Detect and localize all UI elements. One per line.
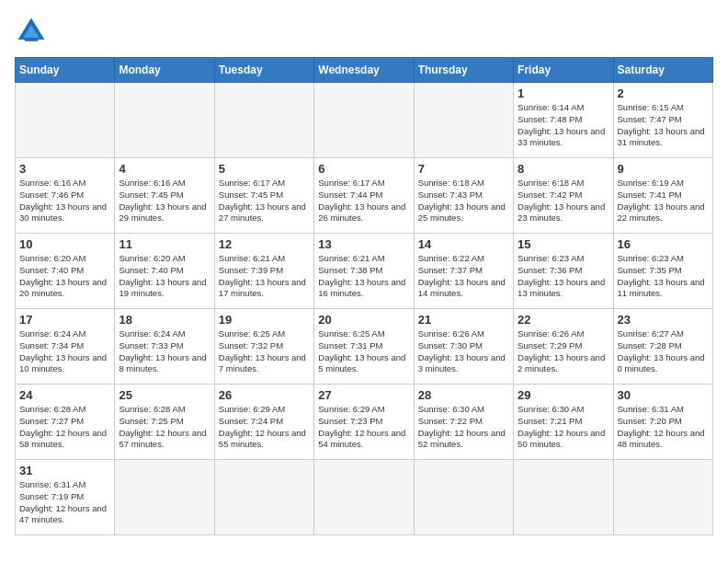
calendar-cell: 24Sunrise: 6:28 AM Sunset: 7:27 PM Dayli… xyxy=(16,385,115,460)
day-info: Sunrise: 6:25 AM Sunset: 7:31 PM Dayligh… xyxy=(318,328,409,375)
calendar-week-2: 3Sunrise: 6:16 AM Sunset: 7:46 PM Daylig… xyxy=(16,158,713,234)
calendar-cell: 27Sunrise: 6:29 AM Sunset: 7:23 PM Dayli… xyxy=(314,385,414,460)
calendar-cell: 8Sunrise: 6:18 AM Sunset: 7:42 PM Daylig… xyxy=(514,158,613,234)
day-info: Sunrise: 6:23 AM Sunset: 7:36 PM Dayligh… xyxy=(518,253,609,300)
calendar-week-3: 10Sunrise: 6:20 AM Sunset: 7:40 PM Dayli… xyxy=(16,234,713,309)
day-number: 16 xyxy=(618,237,709,251)
calendar-cell xyxy=(214,460,313,535)
calendar-cell xyxy=(115,460,214,535)
day-info: Sunrise: 6:25 AM Sunset: 7:32 PM Dayligh… xyxy=(219,328,310,375)
calendar-cell: 18Sunrise: 6:24 AM Sunset: 7:33 PM Dayli… xyxy=(115,309,214,385)
day-info: Sunrise: 6:22 AM Sunset: 7:37 PM Dayligh… xyxy=(418,253,509,300)
day-info: Sunrise: 6:26 AM Sunset: 7:29 PM Dayligh… xyxy=(518,328,609,375)
calendar-cell: 10Sunrise: 6:20 AM Sunset: 7:40 PM Dayli… xyxy=(16,234,115,309)
day-info: Sunrise: 6:18 AM Sunset: 7:42 PM Dayligh… xyxy=(518,178,609,224)
day-number: 28 xyxy=(418,388,509,402)
calendar-cell: 29Sunrise: 6:30 AM Sunset: 7:21 PM Dayli… xyxy=(514,385,613,460)
day-info: Sunrise: 6:24 AM Sunset: 7:34 PM Dayligh… xyxy=(19,328,110,375)
day-number: 20 xyxy=(318,313,409,327)
calendar-header-tuesday: Tuesday xyxy=(214,58,313,83)
day-info: Sunrise: 6:19 AM Sunset: 7:41 PM Dayligh… xyxy=(618,178,709,224)
calendar-cell: 25Sunrise: 6:28 AM Sunset: 7:25 PM Dayli… xyxy=(115,385,214,460)
calendar-header-thursday: Thursday xyxy=(414,58,513,83)
day-number: 10 xyxy=(19,237,110,251)
calendar-cell: 12Sunrise: 6:21 AM Sunset: 7:39 PM Dayli… xyxy=(214,234,313,309)
calendar-cell: 21Sunrise: 6:26 AM Sunset: 7:30 PM Dayli… xyxy=(414,309,513,385)
calendar-cell: 26Sunrise: 6:29 AM Sunset: 7:24 PM Dayli… xyxy=(214,385,313,460)
day-info: Sunrise: 6:26 AM Sunset: 7:30 PM Dayligh… xyxy=(418,328,509,375)
day-number: 23 xyxy=(618,313,709,327)
day-info: Sunrise: 6:31 AM Sunset: 7:20 PM Dayligh… xyxy=(618,404,709,451)
calendar-header-wednesday: Wednesday xyxy=(314,58,414,83)
page-header xyxy=(15,15,713,48)
day-info: Sunrise: 6:31 AM Sunset: 7:19 PM Dayligh… xyxy=(19,479,110,526)
day-info: Sunrise: 6:27 AM Sunset: 7:28 PM Dayligh… xyxy=(618,328,709,375)
day-info: Sunrise: 6:17 AM Sunset: 7:44 PM Dayligh… xyxy=(318,178,409,224)
generalblue-logo-icon xyxy=(15,15,48,48)
day-number: 5 xyxy=(219,162,310,176)
day-info: Sunrise: 6:24 AM Sunset: 7:33 PM Dayligh… xyxy=(119,328,210,375)
day-number: 9 xyxy=(618,162,709,176)
logo xyxy=(15,15,51,48)
day-info: Sunrise: 6:23 AM Sunset: 7:35 PM Dayligh… xyxy=(618,253,709,300)
day-number: 15 xyxy=(518,237,609,251)
day-number: 29 xyxy=(518,388,609,402)
calendar-week-5: 24Sunrise: 6:28 AM Sunset: 7:27 PM Dayli… xyxy=(16,385,713,460)
svg-rect-2 xyxy=(25,38,38,41)
calendar-cell: 17Sunrise: 6:24 AM Sunset: 7:34 PM Dayli… xyxy=(16,309,115,385)
day-info: Sunrise: 6:16 AM Sunset: 7:46 PM Dayligh… xyxy=(19,178,110,224)
day-number: 19 xyxy=(219,313,310,327)
calendar-cell xyxy=(314,460,414,535)
day-number: 3 xyxy=(19,162,110,176)
day-info: Sunrise: 6:21 AM Sunset: 7:38 PM Dayligh… xyxy=(318,253,409,300)
day-number: 6 xyxy=(318,162,409,176)
calendar-cell: 20Sunrise: 6:25 AM Sunset: 7:31 PM Dayli… xyxy=(314,309,414,385)
calendar-header-saturday: Saturday xyxy=(613,58,712,83)
calendar-week-6: 31Sunrise: 6:31 AM Sunset: 7:19 PM Dayli… xyxy=(16,460,713,535)
day-number: 12 xyxy=(219,237,310,251)
day-number: 11 xyxy=(119,237,210,251)
calendar-cell: 5Sunrise: 6:17 AM Sunset: 7:45 PM Daylig… xyxy=(214,158,313,234)
calendar-cell: 3Sunrise: 6:16 AM Sunset: 7:46 PM Daylig… xyxy=(16,158,115,234)
day-number: 25 xyxy=(119,388,210,402)
calendar-cell: 11Sunrise: 6:20 AM Sunset: 7:40 PM Dayli… xyxy=(115,234,214,309)
day-number: 7 xyxy=(418,162,509,176)
calendar-cell: 1Sunrise: 6:14 AM Sunset: 7:48 PM Daylig… xyxy=(514,83,613,158)
day-info: Sunrise: 6:18 AM Sunset: 7:43 PM Dayligh… xyxy=(418,178,509,224)
calendar-cell xyxy=(214,83,313,158)
day-number: 18 xyxy=(119,313,210,327)
calendar-cell: 7Sunrise: 6:18 AM Sunset: 7:43 PM Daylig… xyxy=(414,158,513,234)
calendar-cell: 22Sunrise: 6:26 AM Sunset: 7:29 PM Dayli… xyxy=(514,309,613,385)
calendar-cell: 9Sunrise: 6:19 AM Sunset: 7:41 PM Daylig… xyxy=(613,158,712,234)
day-number: 2 xyxy=(618,86,709,100)
calendar-cell xyxy=(514,460,613,535)
day-info: Sunrise: 6:20 AM Sunset: 7:40 PM Dayligh… xyxy=(119,253,210,300)
day-info: Sunrise: 6:17 AM Sunset: 7:45 PM Dayligh… xyxy=(219,178,310,224)
calendar-header-sunday: Sunday xyxy=(16,58,115,83)
day-number: 22 xyxy=(518,313,609,327)
calendar-cell xyxy=(613,460,712,535)
calendar-body: 1Sunrise: 6:14 AM Sunset: 7:48 PM Daylig… xyxy=(16,83,713,535)
calendar-header-row: SundayMondayTuesdayWednesdayThursdayFrid… xyxy=(16,58,713,83)
day-info: Sunrise: 6:14 AM Sunset: 7:48 PM Dayligh… xyxy=(518,102,609,149)
day-number: 21 xyxy=(418,313,509,327)
calendar-cell: 31Sunrise: 6:31 AM Sunset: 7:19 PM Dayli… xyxy=(16,460,115,535)
day-info: Sunrise: 6:29 AM Sunset: 7:23 PM Dayligh… xyxy=(318,404,409,451)
day-number: 4 xyxy=(119,162,210,176)
calendar-cell: 16Sunrise: 6:23 AM Sunset: 7:35 PM Dayli… xyxy=(613,234,712,309)
calendar-cell: 23Sunrise: 6:27 AM Sunset: 7:28 PM Dayli… xyxy=(613,309,712,385)
day-info: Sunrise: 6:28 AM Sunset: 7:27 PM Dayligh… xyxy=(19,404,110,451)
calendar-cell: 2Sunrise: 6:15 AM Sunset: 7:47 PM Daylig… xyxy=(613,83,712,158)
calendar-cell: 14Sunrise: 6:22 AM Sunset: 7:37 PM Dayli… xyxy=(414,234,513,309)
day-number: 17 xyxy=(19,313,110,327)
day-number: 1 xyxy=(518,86,609,100)
calendar-cell: 19Sunrise: 6:25 AM Sunset: 7:32 PM Dayli… xyxy=(214,309,313,385)
day-info: Sunrise: 6:16 AM Sunset: 7:45 PM Dayligh… xyxy=(119,178,210,224)
calendar-cell xyxy=(16,83,115,158)
calendar-cell: 15Sunrise: 6:23 AM Sunset: 7:36 PM Dayli… xyxy=(514,234,613,309)
calendar-cell xyxy=(314,83,414,158)
day-number: 13 xyxy=(318,237,409,251)
day-info: Sunrise: 6:15 AM Sunset: 7:47 PM Dayligh… xyxy=(618,102,709,149)
calendar-cell: 30Sunrise: 6:31 AM Sunset: 7:20 PM Dayli… xyxy=(613,385,712,460)
day-info: Sunrise: 6:28 AM Sunset: 7:25 PM Dayligh… xyxy=(119,404,210,451)
